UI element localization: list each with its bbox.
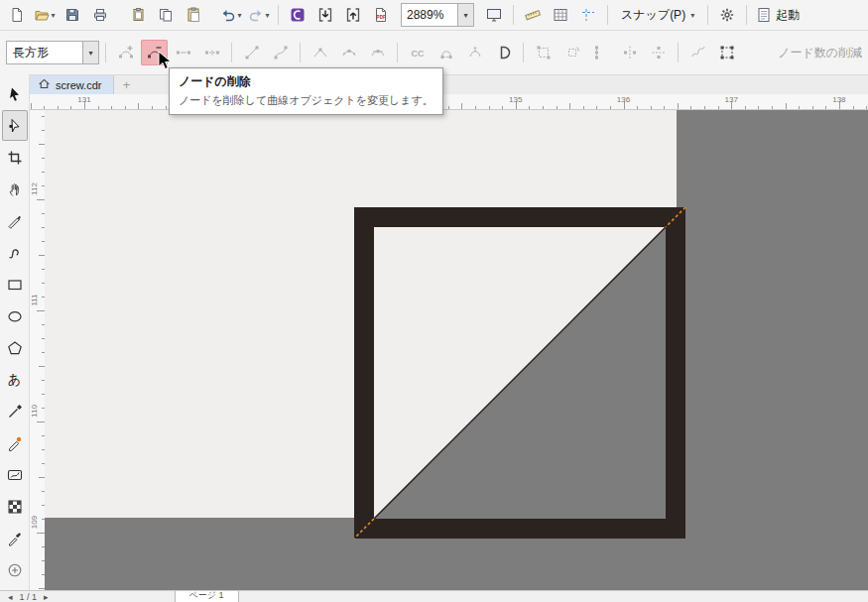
crop-tool[interactable]	[2, 142, 28, 173]
zoom-dropdown-button[interactable]: ▾	[457, 4, 473, 26]
home-icon	[38, 77, 51, 92]
ruler-tick	[502, 106, 503, 109]
page-tab[interactable]: ページ 1	[175, 590, 239, 602]
show-rulers-button[interactable]	[520, 3, 546, 27]
select-all-nodes-button[interactable]	[713, 40, 740, 65]
artistic-media-tool[interactable]	[2, 459, 28, 490]
ruler-number: 112	[30, 175, 39, 204]
ruler-tick	[70, 106, 71, 109]
zoom-level-value[interactable]: 2889%	[402, 4, 457, 26]
d-shape-icon	[496, 45, 512, 60]
welcome-screen-button[interactable]	[285, 3, 310, 27]
polygon-tool[interactable]	[2, 332, 28, 363]
import-button[interactable]	[312, 3, 338, 27]
node-add-icon	[118, 45, 134, 60]
prev-page-button[interactable]: ◂	[8, 592, 13, 602]
knife-tool[interactable]	[2, 205, 28, 236]
document-tab[interactable]: screw.cdr	[30, 75, 114, 94]
fullscreen-preview-button[interactable]	[481, 3, 507, 27]
open-document-button[interactable]: ▾	[32, 3, 58, 27]
ruler-tick	[489, 106, 490, 109]
shape-tool[interactable]	[2, 110, 28, 141]
eyedropper-tool[interactable]	[2, 523, 28, 553]
ruler-tick	[651, 106, 652, 109]
new-document-button[interactable]	[4, 3, 30, 27]
curve-tool[interactable]	[2, 237, 28, 268]
copy-button[interactable]	[153, 3, 179, 27]
reverse-icon: CC	[410, 45, 426, 60]
convert-to-line-button[interactable]	[238, 40, 265, 65]
reduce-nodes-label: ノード数の削減	[770, 45, 862, 61]
redo-button[interactable]: ▾	[246, 3, 272, 27]
rectangle-tool[interactable]	[2, 269, 28, 300]
break-curve-button[interactable]	[198, 40, 225, 65]
mesh-icon	[7, 499, 23, 515]
options-button[interactable]	[714, 3, 740, 27]
reverse-direction-button[interactable]: CC	[404, 40, 431, 65]
pattern-fill-tool[interactable]	[2, 491, 28, 522]
polygon-icon	[7, 340, 23, 356]
line-tool[interactable]	[2, 396, 28, 426]
publish-pdf-button[interactable]: PDF	[368, 3, 394, 27]
elastic-mode-button[interactable]	[684, 40, 711, 65]
extract-subpath-button[interactable]	[461, 40, 488, 65]
pan-tool[interactable]	[2, 174, 28, 204]
to-line-icon	[244, 45, 260, 60]
show-grid-button[interactable]	[548, 3, 573, 27]
snap-menu-button[interactable]: スナップ(P)▾	[614, 3, 701, 27]
zoom-level-combobox[interactable]: 2889%▾	[401, 3, 474, 27]
export-button[interactable]	[340, 3, 366, 27]
text-tool[interactable]: あ	[2, 364, 28, 395]
undo-button[interactable]: ▾	[218, 3, 244, 27]
separator	[607, 5, 608, 25]
ruler-tick	[58, 106, 59, 109]
vertical-ruler[interactable]: 112111110109	[30, 110, 46, 590]
save-document-button[interactable]	[60, 3, 85, 27]
join-nodes-button[interactable]	[170, 40, 196, 65]
launch-button[interactable]: 起動	[753, 7, 803, 24]
reflect-h-icon	[622, 45, 638, 60]
page-tab-label: ページ 1	[189, 590, 224, 600]
shape-icon	[7, 118, 23, 134]
paste-special-button[interactable]	[125, 3, 151, 27]
add-node-button[interactable]	[112, 40, 139, 65]
ruler-tick	[475, 106, 476, 109]
reflect-nodes-horizontally-button[interactable]	[616, 40, 643, 65]
ruler-tick	[637, 106, 638, 109]
cusp-node-button[interactable]	[307, 40, 333, 65]
ruler-tick	[166, 106, 167, 109]
horizontal-ruler[interactable]: 131132133134135136137138	[30, 94, 868, 110]
chevron-down-icon[interactable]: ▾	[82, 42, 98, 63]
close-curve-button[interactable]	[433, 40, 459, 65]
show-guidelines-button[interactable]	[575, 3, 601, 27]
ruler-number: 110	[30, 397, 39, 426]
separator	[397, 43, 398, 62]
canvas[interactable]	[45, 110, 868, 590]
pick-tool[interactable]	[2, 78, 28, 109]
align-nodes-button[interactable]	[587, 40, 614, 65]
shape-type-select[interactable]: 長方形 ▾	[6, 41, 99, 64]
smooth-node-button[interactable]	[335, 40, 362, 65]
convert-to-curve-button[interactable]	[267, 40, 294, 65]
new-tab-button[interactable]: +	[114, 75, 138, 94]
rotate-skew-nodes-button[interactable]	[558, 40, 585, 65]
line-icon	[7, 404, 23, 420]
application-window: ▾▾▾PDF2889%▾スナップ(P)▾起動 長方形 ▾ CC ノード数の削減 …	[0, 0, 868, 602]
extend-curve-to-close-button[interactable]	[490, 40, 517, 65]
more-tools[interactable]	[2, 554, 28, 585]
ruler-tick	[690, 106, 691, 109]
curve-icon	[7, 245, 23, 261]
stretch-nodes-button[interactable]	[530, 40, 557, 65]
ruler-number: 137	[716, 95, 746, 104]
fill-tool[interactable]	[2, 427, 28, 458]
symmetrical-node-button[interactable]	[364, 40, 391, 65]
print-document-button[interactable]	[87, 3, 113, 27]
ruler-tick	[772, 106, 773, 109]
reflect-nodes-vertically-button[interactable]	[645, 40, 672, 65]
ellipse-tool[interactable]	[2, 301, 28, 331]
delete-node-button[interactable]	[141, 40, 168, 65]
next-page-button[interactable]: ▸	[44, 592, 49, 602]
paste-button[interactable]	[181, 3, 206, 27]
node-smooth-icon	[341, 45, 357, 60]
ruler-tick	[529, 106, 530, 109]
